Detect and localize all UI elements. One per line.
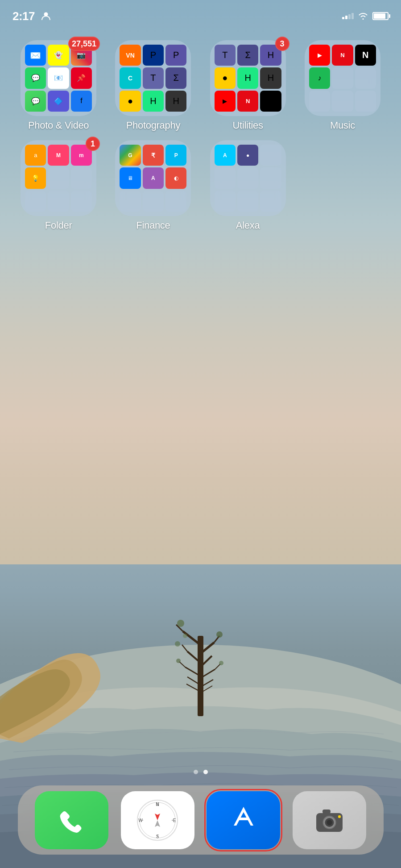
- folder-photography-icon: VN P P C T Σ ● H H: [115, 40, 191, 116]
- status-bar: 2:17: [0, 0, 401, 27]
- mini-app-empty7: [71, 167, 92, 188]
- mini-app-messages: 💬: [25, 91, 46, 112]
- mini-app-yt2: ▶: [309, 45, 330, 66]
- mini-app-canva: C: [120, 67, 141, 88]
- dock-app-appstore[interactable]: [207, 791, 280, 849]
- dock: N S E W: [18, 785, 384, 855]
- mini-app-empty18: [215, 191, 236, 212]
- mini-app-empty8: [25, 191, 46, 212]
- folder-utilities-badge: 3: [275, 37, 289, 51]
- folder-photography[interactable]: VN P P C T Σ ● H H Photography: [108, 40, 198, 131]
- folder-alexa-icon-wrapper: A ●: [210, 140, 286, 216]
- mini-app-pe: ₹: [143, 145, 164, 166]
- folder-photography-icon-wrapper: VN P P C T Σ ● H H: [115, 40, 191, 116]
- mini-app-empty14: [260, 145, 281, 166]
- mini-app-echo: ●: [237, 145, 258, 166]
- folder-photo-video-icon-wrapper: 27,551 ✉️ 👻 📷 💬 📧 📌 💬 🔷 f: [21, 40, 96, 116]
- app-grid: 27,551 ✉️ 👻 📷 💬 📧 📌 💬 🔷 f Photo & Video …: [0, 36, 401, 236]
- camera-icon: [313, 803, 346, 837]
- mini-app-empty1: [332, 67, 353, 88]
- svg-point-42: [338, 815, 341, 818]
- svg-rect-40: [322, 810, 331, 814]
- mini-app-paytm: P: [165, 145, 186, 166]
- mini-app-screen: 🖥: [120, 167, 141, 188]
- mini-app-empty2: [355, 67, 376, 88]
- mini-app-pinterest: 📌: [71, 67, 92, 88]
- mini-app-empty16: [237, 167, 258, 188]
- folder-misc[interactable]: 1 a M m 💡 Folder: [13, 140, 103, 231]
- folder-photo-video-icon: ✉️ 👻 📷 💬 📧 📌 💬 🔷 f: [21, 40, 96, 116]
- folder-misc-icon: a M m 💡: [21, 140, 96, 216]
- mini-app-pp: P: [143, 45, 164, 66]
- folder-finance[interactable]: G ₹ P 🖥 A ◐ Finance: [108, 140, 198, 231]
- svg-point-17: [177, 620, 184, 627]
- dock-app-safari[interactable]: N S E W: [121, 791, 194, 849]
- folder-alexa-icon: A ●: [210, 140, 286, 216]
- appstore-icon: [226, 802, 261, 838]
- mini-app-gmail: 📧: [48, 67, 69, 88]
- dock-app-camera[interactable]: [293, 791, 366, 849]
- signal-bar-4: [351, 13, 354, 19]
- folder-misc-label: Folder: [45, 220, 72, 231]
- mini-app-empty5: [355, 91, 376, 112]
- folder-alexa[interactable]: A ● Alexa: [203, 140, 293, 231]
- mini-app-amazon: a: [25, 145, 46, 166]
- page-dots: [194, 770, 208, 774]
- mini-app-util-5: H: [237, 67, 258, 88]
- wifi-icon: [358, 12, 368, 20]
- folder-photo-video-label: Photo & Video: [28, 120, 89, 131]
- mini-app-sigma: Σ: [165, 67, 186, 88]
- safari-icon: N S E W: [135, 798, 180, 843]
- svg-point-18: [216, 631, 223, 638]
- folder-photography-label: Photography: [126, 120, 180, 131]
- mini-app-nlogo: N: [260, 91, 281, 112]
- dock-app-phone[interactable]: [35, 791, 108, 849]
- status-right: [342, 12, 389, 20]
- mini-app-empty17: [260, 167, 281, 188]
- svg-rect-1: [198, 636, 203, 716]
- signal-bar-3: [348, 14, 351, 19]
- folder-finance-icon: G ₹ P 🖥 A ◐: [115, 140, 191, 216]
- mini-app-empty13: [165, 191, 186, 212]
- mini-app-empty6: [48, 167, 69, 188]
- page-dot-2: [203, 770, 208, 774]
- folder-utilities-icon: T Σ H ● H H ▶ N N: [210, 40, 286, 116]
- mini-app-spotify: ♪: [309, 67, 330, 88]
- mini-app-bulb: 💡: [25, 167, 46, 188]
- mini-app-empty9: [48, 191, 69, 212]
- folder-utilities[interactable]: 3 T Σ H ● H H ▶ N N Utilities: [203, 40, 293, 131]
- folder-photo-video[interactable]: 27,551 ✉️ 👻 📷 💬 📧 📌 💬 🔷 f Photo & Video: [13, 40, 103, 131]
- signal-bar-1: [342, 17, 344, 19]
- svg-point-39: [327, 820, 332, 825]
- folder-misc-badge: 1: [86, 137, 100, 151]
- svg-point-22: [183, 634, 187, 638]
- mini-app-gpay: G: [120, 145, 141, 166]
- signal-bar-2: [345, 16, 347, 19]
- mini-app-mail: ✉️: [25, 45, 46, 66]
- battery-fill: [374, 13, 385, 19]
- status-left: 2:17: [12, 9, 51, 23]
- mini-app-empty20: [260, 191, 281, 212]
- signal-bars: [342, 13, 354, 19]
- mini-app-alexa: A: [215, 145, 236, 166]
- folder-utilities-label: Utilities: [233, 120, 263, 131]
- mini-app-whatsapp: 💬: [25, 67, 46, 88]
- mini-app-myntra: M: [48, 145, 69, 166]
- mini-app-empty11: [120, 191, 141, 212]
- mini-app-empty19: [237, 191, 258, 212]
- folder-photo-video-badge: 27,551: [68, 37, 100, 51]
- folder-music-icon: ▶ N N ♪: [305, 40, 380, 116]
- mini-app-util-6: H: [260, 67, 281, 88]
- mini-app-aro: ◐: [165, 167, 186, 188]
- mini-app-util-1: T: [215, 45, 236, 66]
- mini-app-p2: P: [165, 45, 186, 66]
- svg-point-19: [175, 641, 180, 647]
- mini-app-nf2: N: [332, 45, 353, 66]
- svg-point-21: [219, 661, 223, 665]
- folder-music[interactable]: ▶ N N ♪ Music: [298, 40, 388, 131]
- time-display: 2:17: [12, 9, 35, 23]
- folder-misc-icon-wrapper: 1 a M m 💡: [21, 140, 96, 216]
- mini-app-appx: 🔷: [48, 91, 69, 112]
- mini-app-youtube: ▶: [215, 91, 236, 112]
- mini-app-teams: T: [143, 67, 164, 88]
